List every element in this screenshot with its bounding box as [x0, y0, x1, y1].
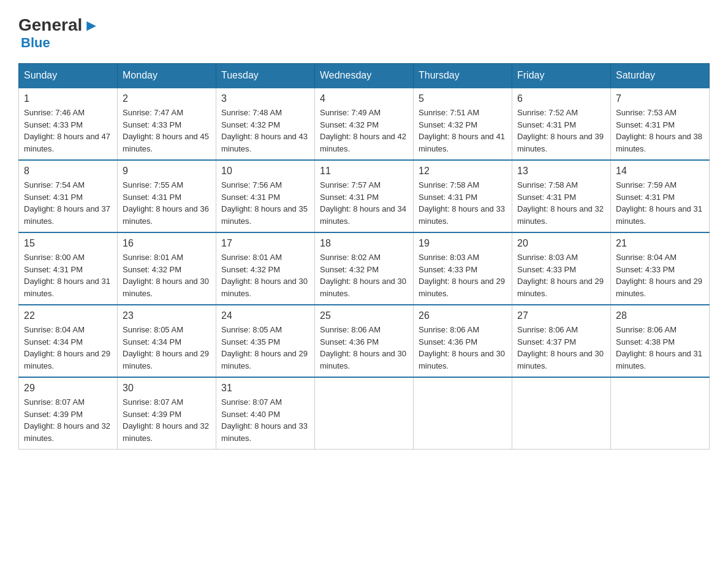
day-number: 13: [517, 166, 605, 177]
day-number: 19: [419, 238, 507, 249]
calendar-body: 1Sunrise: 7:46 AMSunset: 4:33 PMDaylight…: [19, 88, 710, 450]
calendar-cell: 11Sunrise: 7:57 AMSunset: 4:31 PMDayligh…: [315, 160, 414, 232]
day-info: Sunrise: 7:53 AMSunset: 4:31 PMDaylight:…: [616, 107, 704, 155]
calendar-cell: 4Sunrise: 7:49 AMSunset: 4:32 PMDaylight…: [315, 88, 414, 160]
calendar-cell: 29Sunrise: 8:07 AMSunset: 4:39 PMDayligh…: [19, 377, 118, 450]
calendar-cell: 19Sunrise: 8:03 AMSunset: 4:33 PMDayligh…: [414, 232, 512, 305]
calendar-cell: [611, 377, 710, 450]
day-number: 23: [123, 310, 211, 321]
day-info: Sunrise: 8:06 AMSunset: 4:38 PMDaylight:…: [616, 324, 704, 372]
calendar-cell: 21Sunrise: 8:04 AMSunset: 4:33 PMDayligh…: [611, 232, 710, 305]
day-number: 30: [123, 383, 211, 394]
calendar-cell: 8Sunrise: 7:54 AMSunset: 4:31 PMDaylight…: [19, 160, 118, 232]
day-info: Sunrise: 8:07 AMSunset: 4:40 PMDaylight:…: [221, 396, 309, 444]
day-info: Sunrise: 7:55 AMSunset: 4:31 PMDaylight:…: [123, 179, 211, 227]
day-info: Sunrise: 7:59 AMSunset: 4:31 PMDaylight:…: [616, 179, 704, 227]
day-info: Sunrise: 7:48 AMSunset: 4:32 PMDaylight:…: [221, 107, 309, 155]
calendar-cell: 15Sunrise: 8:00 AMSunset: 4:31 PMDayligh…: [19, 232, 118, 305]
calendar-cell: 17Sunrise: 8:01 AMSunset: 4:32 PMDayligh…: [216, 232, 315, 305]
calendar-cell: 30Sunrise: 8:07 AMSunset: 4:39 PMDayligh…: [118, 377, 216, 450]
day-info: Sunrise: 8:06 AMSunset: 4:37 PMDaylight:…: [517, 324, 605, 372]
weekday-header-sunday: Sunday: [19, 64, 118, 88]
day-info: Sunrise: 8:06 AMSunset: 4:36 PMDaylight:…: [419, 324, 507, 372]
calendar-cell: 20Sunrise: 8:03 AMSunset: 4:33 PMDayligh…: [512, 232, 611, 305]
calendar-cell: 3Sunrise: 7:48 AMSunset: 4:32 PMDaylight…: [216, 88, 315, 160]
day-info: Sunrise: 7:58 AMSunset: 4:31 PMDaylight:…: [419, 179, 507, 227]
day-number: 16: [123, 238, 211, 249]
day-number: 5: [419, 93, 507, 104]
calendar-table: SundayMondayTuesdayWednesdayThursdayFrid…: [18, 63, 710, 450]
day-info: Sunrise: 8:03 AMSunset: 4:33 PMDaylight:…: [419, 251, 507, 299]
day-number: 1: [24, 93, 112, 104]
calendar-cell: 27Sunrise: 8:06 AMSunset: 4:37 PMDayligh…: [512, 305, 611, 377]
day-number: 28: [616, 310, 704, 321]
day-info: Sunrise: 7:46 AMSunset: 4:33 PMDaylight:…: [24, 107, 112, 155]
calendar-week-row: 8Sunrise: 7:54 AMSunset: 4:31 PMDaylight…: [19, 160, 710, 232]
day-number: 10: [221, 166, 309, 177]
weekday-header-thursday: Thursday: [414, 64, 512, 88]
calendar-cell: [512, 377, 611, 450]
calendar-cell: [315, 377, 414, 450]
calendar-week-row: 15Sunrise: 8:00 AMSunset: 4:31 PMDayligh…: [19, 232, 710, 305]
calendar-cell: 1Sunrise: 7:46 AMSunset: 4:33 PMDaylight…: [19, 88, 118, 160]
day-number: 31: [221, 383, 309, 394]
day-number: 22: [24, 310, 112, 321]
calendar-header: SundayMondayTuesdayWednesdayThursdayFrid…: [19, 64, 710, 88]
calendar-week-row: 1Sunrise: 7:46 AMSunset: 4:33 PMDaylight…: [19, 88, 710, 160]
calendar-cell: [414, 377, 512, 450]
day-number: 3: [221, 93, 309, 104]
calendar-cell: 28Sunrise: 8:06 AMSunset: 4:38 PMDayligh…: [611, 305, 710, 377]
weekday-header-friday: Friday: [512, 64, 611, 88]
day-info: Sunrise: 8:06 AMSunset: 4:36 PMDaylight:…: [320, 324, 408, 372]
calendar-cell: 23Sunrise: 8:05 AMSunset: 4:34 PMDayligh…: [118, 305, 216, 377]
calendar-cell: 26Sunrise: 8:06 AMSunset: 4:36 PMDayligh…: [414, 305, 512, 377]
day-info: Sunrise: 7:51 AMSunset: 4:32 PMDaylight:…: [419, 107, 507, 155]
day-number: 9: [123, 166, 211, 177]
calendar-cell: 12Sunrise: 7:58 AMSunset: 4:31 PMDayligh…: [414, 160, 512, 232]
day-info: Sunrise: 8:04 AMSunset: 4:33 PMDaylight:…: [616, 251, 704, 299]
calendar-cell: 18Sunrise: 8:02 AMSunset: 4:32 PMDayligh…: [315, 232, 414, 305]
weekday-header-wednesday: Wednesday: [315, 64, 414, 88]
calendar-cell: 13Sunrise: 7:58 AMSunset: 4:31 PMDayligh…: [512, 160, 611, 232]
day-info: Sunrise: 7:47 AMSunset: 4:33 PMDaylight:…: [123, 107, 211, 155]
weekday-row: SundayMondayTuesdayWednesdayThursdayFrid…: [19, 64, 710, 88]
calendar-cell: 6Sunrise: 7:52 AMSunset: 4:31 PMDaylight…: [512, 88, 611, 160]
calendar-cell: 7Sunrise: 7:53 AMSunset: 4:31 PMDaylight…: [611, 88, 710, 160]
calendar-cell: 16Sunrise: 8:01 AMSunset: 4:32 PMDayligh…: [118, 232, 216, 305]
calendar-cell: 10Sunrise: 7:56 AMSunset: 4:31 PMDayligh…: [216, 160, 315, 232]
weekday-header-saturday: Saturday: [611, 64, 710, 88]
calendar-cell: 22Sunrise: 8:04 AMSunset: 4:34 PMDayligh…: [19, 305, 118, 377]
day-number: 11: [320, 166, 408, 177]
day-number: 26: [419, 310, 507, 321]
day-info: Sunrise: 8:05 AMSunset: 4:35 PMDaylight:…: [221, 324, 309, 372]
day-number: 17: [221, 238, 309, 249]
day-number: 21: [616, 238, 704, 249]
logo-general: General: [18, 15, 82, 35]
day-info: Sunrise: 8:02 AMSunset: 4:32 PMDaylight:…: [320, 251, 408, 299]
day-info: Sunrise: 7:49 AMSunset: 4:32 PMDaylight:…: [320, 107, 408, 155]
day-number: 18: [320, 238, 408, 249]
day-number: 6: [517, 93, 605, 104]
day-info: Sunrise: 7:57 AMSunset: 4:31 PMDaylight:…: [320, 179, 408, 227]
logo-blue: Blue: [21, 35, 50, 51]
calendar-cell: 24Sunrise: 8:05 AMSunset: 4:35 PMDayligh…: [216, 305, 315, 377]
calendar-cell: 14Sunrise: 7:59 AMSunset: 4:31 PMDayligh…: [611, 160, 710, 232]
day-info: Sunrise: 8:07 AMSunset: 4:39 PMDaylight:…: [123, 396, 211, 444]
day-number: 15: [24, 238, 112, 249]
day-number: 14: [616, 166, 704, 177]
calendar-cell: 2Sunrise: 7:47 AMSunset: 4:33 PMDaylight…: [118, 88, 216, 160]
day-number: 4: [320, 93, 408, 104]
day-number: 7: [616, 93, 704, 104]
weekday-header-tuesday: Tuesday: [216, 64, 315, 88]
day-info: Sunrise: 7:52 AMSunset: 4:31 PMDaylight:…: [517, 107, 605, 155]
day-info: Sunrise: 8:01 AMSunset: 4:32 PMDaylight:…: [123, 251, 211, 299]
day-number: 27: [517, 310, 605, 321]
calendar-week-row: 29Sunrise: 8:07 AMSunset: 4:39 PMDayligh…: [19, 377, 710, 450]
logo-text: General ►: [18, 15, 99, 35]
day-info: Sunrise: 7:56 AMSunset: 4:31 PMDaylight:…: [221, 179, 309, 227]
logo-arrow-icon: ►: [83, 16, 99, 35]
calendar-week-row: 22Sunrise: 8:04 AMSunset: 4:34 PMDayligh…: [19, 305, 710, 377]
day-info: Sunrise: 8:01 AMSunset: 4:32 PMDaylight:…: [221, 251, 309, 299]
page-header: General ► Blue: [18, 12, 710, 51]
day-number: 24: [221, 310, 309, 321]
